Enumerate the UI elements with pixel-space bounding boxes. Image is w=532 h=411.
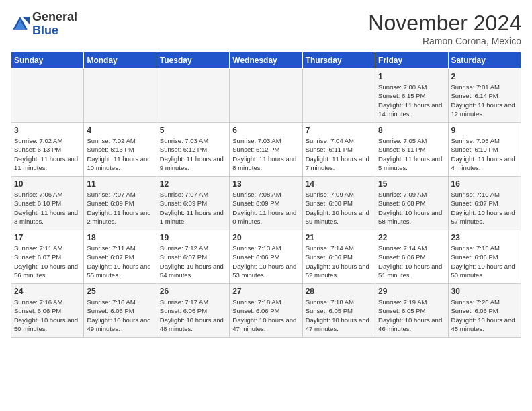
day-number: 4 xyxy=(87,126,153,135)
day-info: Sunrise: 7:18 AM Sunset: 6:05 PM Dayligh… xyxy=(306,298,372,333)
calendar-table: SundayMondayTuesdayWednesdayThursdayFrid… xyxy=(11,52,521,338)
calendar-cell: 18Sunrise: 7:11 AM Sunset: 6:07 PM Dayli… xyxy=(84,230,157,284)
calendar-cell xyxy=(84,69,157,123)
calendar-cell: 13Sunrise: 7:08 AM Sunset: 6:09 PM Dayli… xyxy=(230,177,302,230)
calendar-cell xyxy=(302,69,375,123)
day-info: Sunrise: 7:18 AM Sunset: 6:06 PM Dayligh… xyxy=(232,298,299,333)
day-number: 26 xyxy=(160,287,226,296)
calendar-header: SundayMondayTuesdayWednesdayThursdayFrid… xyxy=(11,52,521,69)
day-number: 19 xyxy=(160,233,226,242)
page-header: General Blue November 2024 Ramon Corona,… xyxy=(11,11,521,46)
day-number: 21 xyxy=(306,233,372,242)
day-info: Sunrise: 7:15 AM Sunset: 6:06 PM Dayligh… xyxy=(451,244,518,279)
day-info: Sunrise: 7:06 AM Sunset: 6:10 PM Dayligh… xyxy=(14,190,81,226)
calendar-cell: 30Sunrise: 7:20 AM Sunset: 6:06 PM Dayli… xyxy=(448,284,521,338)
logo-general-text: General xyxy=(32,10,77,24)
day-info: Sunrise: 7:03 AM Sunset: 6:12 PM Dayligh… xyxy=(232,136,299,172)
calendar-cell xyxy=(157,69,229,123)
day-number: 15 xyxy=(378,179,445,189)
day-number: 10 xyxy=(14,179,81,189)
calendar-week-4: 17Sunrise: 7:11 AM Sunset: 6:07 PM Dayli… xyxy=(11,230,521,284)
day-number: 2 xyxy=(451,72,518,81)
calendar-cell: 19Sunrise: 7:12 AM Sunset: 6:07 PM Dayli… xyxy=(157,230,229,284)
title-block: November 2024 Ramon Corona, Mexico xyxy=(368,11,521,46)
calendar-cell: 16Sunrise: 7:10 AM Sunset: 6:07 PM Dayli… xyxy=(448,177,521,230)
month-title: November 2024 xyxy=(368,11,521,36)
day-number: 22 xyxy=(378,233,445,242)
calendar-cell: 10Sunrise: 7:06 AM Sunset: 6:10 PM Dayli… xyxy=(11,177,84,230)
day-info: Sunrise: 7:17 AM Sunset: 6:06 PM Dayligh… xyxy=(160,298,226,333)
calendar-cell: 22Sunrise: 7:14 AM Sunset: 6:06 PM Dayli… xyxy=(375,230,448,284)
calendar-cell xyxy=(230,69,302,123)
calendar-cell: 2Sunrise: 7:01 AM Sunset: 6:14 PM Daylig… xyxy=(448,69,521,123)
weekday-header-tuesday: Tuesday xyxy=(157,52,229,69)
weekday-header-saturday: Saturday xyxy=(448,52,521,69)
day-info: Sunrise: 7:07 AM Sunset: 6:09 PM Dayligh… xyxy=(87,190,153,226)
day-info: Sunrise: 7:05 AM Sunset: 6:11 PM Dayligh… xyxy=(378,136,445,172)
calendar-cell: 15Sunrise: 7:09 AM Sunset: 6:08 PM Dayli… xyxy=(375,177,448,230)
weekday-header-monday: Monday xyxy=(84,52,157,69)
day-number: 1 xyxy=(378,72,445,81)
calendar-cell: 11Sunrise: 7:07 AM Sunset: 6:09 PM Dayli… xyxy=(84,177,157,230)
day-number: 30 xyxy=(451,287,518,296)
calendar-cell: 21Sunrise: 7:14 AM Sunset: 6:06 PM Dayli… xyxy=(302,230,375,284)
logo-icon xyxy=(11,15,30,34)
calendar-cell: 1Sunrise: 7:00 AM Sunset: 6:15 PM Daylig… xyxy=(375,69,448,123)
day-number: 14 xyxy=(306,179,372,189)
calendar-cell: 9Sunrise: 7:05 AM Sunset: 6:10 PM Daylig… xyxy=(448,123,521,177)
day-number: 25 xyxy=(87,287,153,296)
day-number: 17 xyxy=(14,233,81,242)
day-info: Sunrise: 7:10 AM Sunset: 6:07 PM Dayligh… xyxy=(451,190,518,226)
weekday-header-friday: Friday xyxy=(375,52,448,69)
calendar-cell: 23Sunrise: 7:15 AM Sunset: 6:06 PM Dayli… xyxy=(448,230,521,284)
day-number: 7 xyxy=(306,126,372,135)
day-number: 5 xyxy=(160,126,226,135)
day-number: 8 xyxy=(378,126,445,135)
day-info: Sunrise: 7:14 AM Sunset: 6:06 PM Dayligh… xyxy=(378,244,445,279)
day-info: Sunrise: 7:00 AM Sunset: 6:15 PM Dayligh… xyxy=(378,83,445,118)
day-info: Sunrise: 7:20 AM Sunset: 6:06 PM Dayligh… xyxy=(451,298,518,333)
calendar-cell: 24Sunrise: 7:16 AM Sunset: 6:06 PM Dayli… xyxy=(11,284,84,338)
calendar-cell: 17Sunrise: 7:11 AM Sunset: 6:07 PM Dayli… xyxy=(11,230,84,284)
day-number: 29 xyxy=(378,287,445,296)
calendar-cell: 26Sunrise: 7:17 AM Sunset: 6:06 PM Dayli… xyxy=(157,284,229,338)
day-number: 28 xyxy=(306,287,372,296)
day-number: 11 xyxy=(87,179,153,189)
day-info: Sunrise: 7:11 AM Sunset: 6:07 PM Dayligh… xyxy=(14,244,81,279)
calendar-cell xyxy=(11,69,84,123)
logo-blue-text: Blue xyxy=(32,24,58,37)
day-info: Sunrise: 7:02 AM Sunset: 6:13 PM Dayligh… xyxy=(14,136,81,172)
calendar-cell: 20Sunrise: 7:13 AM Sunset: 6:06 PM Dayli… xyxy=(230,230,302,284)
day-info: Sunrise: 7:05 AM Sunset: 6:10 PM Dayligh… xyxy=(451,136,518,172)
day-info: Sunrise: 7:04 AM Sunset: 6:11 PM Dayligh… xyxy=(306,136,372,172)
day-info: Sunrise: 7:14 AM Sunset: 6:06 PM Dayligh… xyxy=(306,244,372,279)
day-number: 24 xyxy=(14,287,81,296)
calendar-cell: 7Sunrise: 7:04 AM Sunset: 6:11 PM Daylig… xyxy=(302,123,375,177)
day-info: Sunrise: 7:09 AM Sunset: 6:08 PM Dayligh… xyxy=(306,190,372,226)
day-number: 9 xyxy=(451,126,518,135)
day-info: Sunrise: 7:08 AM Sunset: 6:09 PM Dayligh… xyxy=(232,190,299,226)
weekday-header-thursday: Thursday xyxy=(302,52,375,69)
day-number: 12 xyxy=(160,179,226,189)
calendar-cell: 8Sunrise: 7:05 AM Sunset: 6:11 PM Daylig… xyxy=(375,123,448,177)
calendar-cell: 29Sunrise: 7:19 AM Sunset: 6:05 PM Dayli… xyxy=(375,284,448,338)
calendar-cell: 3Sunrise: 7:02 AM Sunset: 6:13 PM Daylig… xyxy=(11,123,84,177)
day-info: Sunrise: 7:13 AM Sunset: 6:06 PM Dayligh… xyxy=(232,244,299,279)
location-subtitle: Ramon Corona, Mexico xyxy=(368,36,521,46)
calendar-week-1: 1Sunrise: 7:00 AM Sunset: 6:15 PM Daylig… xyxy=(11,69,521,123)
day-number: 3 xyxy=(14,126,81,135)
day-info: Sunrise: 7:03 AM Sunset: 6:12 PM Dayligh… xyxy=(160,136,226,172)
calendar-cell: 12Sunrise: 7:07 AM Sunset: 6:09 PM Dayli… xyxy=(157,177,229,230)
logo: General Blue xyxy=(11,11,77,38)
calendar-cell: 27Sunrise: 7:18 AM Sunset: 6:06 PM Dayli… xyxy=(230,284,302,338)
calendar-cell: 5Sunrise: 7:03 AM Sunset: 6:12 PM Daylig… xyxy=(157,123,229,177)
day-info: Sunrise: 7:09 AM Sunset: 6:08 PM Dayligh… xyxy=(378,190,445,226)
calendar-cell: 6Sunrise: 7:03 AM Sunset: 6:12 PM Daylig… xyxy=(230,123,302,177)
calendar-cell: 14Sunrise: 7:09 AM Sunset: 6:08 PM Dayli… xyxy=(302,177,375,230)
calendar-cell: 25Sunrise: 7:16 AM Sunset: 6:06 PM Dayli… xyxy=(84,284,157,338)
day-info: Sunrise: 7:11 AM Sunset: 6:07 PM Dayligh… xyxy=(87,244,153,279)
day-info: Sunrise: 7:12 AM Sunset: 6:07 PM Dayligh… xyxy=(160,244,226,279)
day-info: Sunrise: 7:01 AM Sunset: 6:14 PM Dayligh… xyxy=(451,83,518,118)
day-info: Sunrise: 7:19 AM Sunset: 6:05 PM Dayligh… xyxy=(378,298,445,333)
calendar-cell: 28Sunrise: 7:18 AM Sunset: 6:05 PM Dayli… xyxy=(302,284,375,338)
